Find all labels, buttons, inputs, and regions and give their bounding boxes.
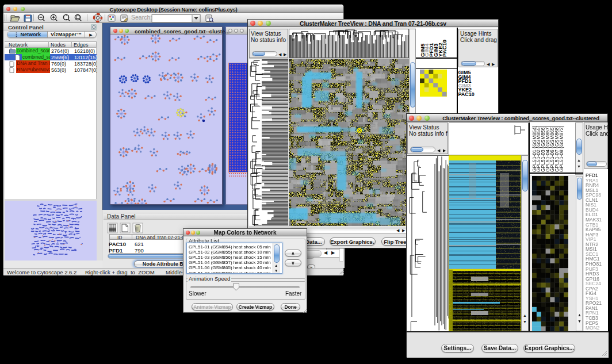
svg-text:Search:: Search:	[131, 14, 152, 21]
